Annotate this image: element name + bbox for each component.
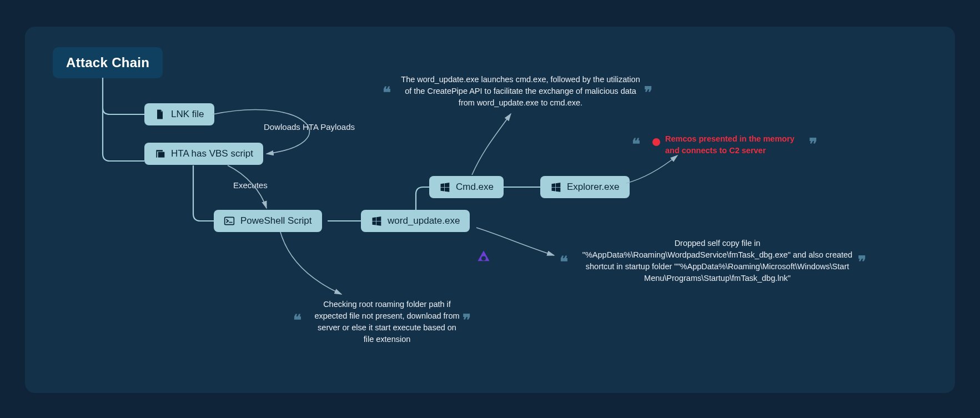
quote-close-icon: ❞: [463, 311, 471, 329]
script-icon: [154, 148, 165, 159]
windows-icon: [550, 182, 561, 193]
node-label: Explorer.exe: [567, 182, 620, 193]
quote-close-icon: ❞: [858, 253, 866, 271]
edge-label-executes: Executes: [233, 180, 268, 190]
windows-icon: [371, 215, 382, 226]
quote-open-icon: ❝: [632, 135, 640, 153]
svg-rect-0: [225, 217, 234, 224]
node-word-update: word_update.exe: [361, 210, 470, 232]
title-text: Attack Chain: [66, 55, 149, 70]
node-explorer: Explorer.exe: [540, 176, 630, 198]
node-lnk-file: LNK file: [144, 103, 214, 125]
node-label: PoweShell Script: [240, 215, 312, 226]
terminal-icon: [224, 215, 235, 226]
quote-close-icon: ❞: [644, 83, 652, 102]
svg-point-1: [481, 256, 486, 260]
quote-close-icon: ❞: [809, 135, 817, 153]
node-label: HTA has VBS script: [171, 148, 253, 159]
note-ps: Checking root roaming folder path if exp…: [312, 299, 462, 345]
note-drop: Dropped self copy file in "%AppData%\Roa…: [579, 238, 856, 284]
windows-icon: [439, 182, 450, 193]
node-label: LNK file: [171, 109, 204, 120]
note-cmd: The word_update.exe launches cmd.exe, fo…: [400, 74, 641, 109]
file-icon: [154, 109, 165, 120]
node-powershell: PoweShell Script: [214, 210, 322, 232]
title-box: Attack Chain: [53, 47, 163, 78]
node-label: word_update.exe: [388, 215, 460, 226]
quote-open-icon: ❝: [383, 83, 391, 102]
node-label: Cmd.exe: [456, 182, 494, 193]
alert-dot-icon: [652, 138, 660, 146]
node-cmd: Cmd.exe: [429, 176, 504, 198]
note-remcos: Remcos presented in the memory and conne…: [665, 133, 810, 157]
watermark-icon: [476, 249, 491, 264]
quote-open-icon: ❝: [560, 253, 568, 271]
edge-label-download: Dowloads HTA Payloads: [264, 122, 355, 132]
quote-open-icon: ❝: [293, 311, 301, 329]
node-hta-vbs: HTA has VBS script: [144, 143, 263, 165]
